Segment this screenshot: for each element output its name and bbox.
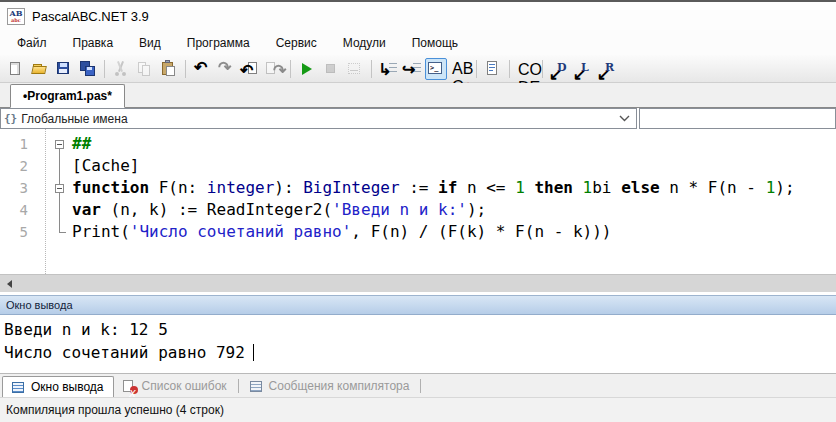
code-token: ); <box>775 178 794 197</box>
doc-r-icon: ↙R <box>598 60 616 78</box>
output-line: Введи n и k: 12 5 <box>0 318 836 341</box>
step-over-button[interactable]: ↪ <box>401 58 423 80</box>
redo-button: ↷ <box>215 58 237 80</box>
toolbar-separator <box>371 60 372 78</box>
step-into-button[interactable]: ↳ <box>377 58 399 80</box>
namespace-combobox-value: Глобальные имена <box>21 112 619 126</box>
status-text: Компиляция прошла успешно (4 строк) <box>6 403 224 417</box>
menu-item[interactable]: Программа <box>174 32 263 54</box>
title-bar[interactable]: ABabc PascalABC.NET 3.9 <box>0 0 836 30</box>
code-line[interactable]: 1## <box>0 133 836 155</box>
paste-button[interactable] <box>158 58 180 80</box>
code-token: if <box>438 178 457 197</box>
menu-item[interactable]: Помощь <box>399 32 471 54</box>
nav-back-icon: ↶ <box>241 60 259 78</box>
menu-item[interactable]: Файл <box>4 32 60 54</box>
save-all-button[interactable] <box>77 58 99 80</box>
doc-l-button[interactable]: ↙L <box>572 58 594 80</box>
code-text: ## <box>72 133 91 155</box>
tab-program1[interactable]: •Program1.pas* <box>10 84 125 108</box>
undo-button[interactable]: ↶ <box>191 58 213 80</box>
toolbar-group: ↶↷↶↷ <box>190 58 286 80</box>
fold-collapse-icon[interactable] <box>46 177 72 199</box>
menu-item[interactable]: Правка <box>60 32 127 54</box>
code-token: n <= <box>457 178 515 197</box>
code-token: F(n: <box>149 178 207 197</box>
new-file-button[interactable] <box>5 58 27 80</box>
bottom-tab-label: Список ошибок <box>142 379 227 393</box>
toolbar-group <box>4 58 100 80</box>
toolbar-separator <box>104 60 105 78</box>
code-token: var <box>72 200 101 219</box>
code-token: function <box>72 178 149 197</box>
code-templates-button[interactable]: CODE <box>515 58 537 80</box>
scroll-left-arrow-icon <box>7 280 12 288</box>
code-token: n * F(n - <box>660 178 766 197</box>
code-text: Print('Число сочетаний равно', F(n) / (F… <box>72 221 611 243</box>
bottom-tab[interactable]: Сообщения компилятора <box>241 375 419 397</box>
output-area[interactable]: Введи n и k: 12 5Число сочетаний равно 7… <box>0 315 836 373</box>
code-token: else <box>621 178 660 197</box>
code-token <box>525 178 535 197</box>
toolbar-group: CODE <box>514 58 538 80</box>
bottom-tab-label: Окно вывода <box>31 380 104 394</box>
tab-separator <box>238 379 239 393</box>
code-templates-icon: CODE <box>517 60 535 78</box>
text-cursor <box>253 344 254 361</box>
toolbar-separator <box>185 60 186 78</box>
toolbar-separator <box>290 60 291 78</box>
copy-icon <box>136 60 154 78</box>
fold-guide-line <box>46 221 72 243</box>
insert-snippet-button[interactable]: ABC+ <box>449 58 471 80</box>
code-token: BigInteger <box>303 178 399 197</box>
doc-d-button[interactable]: ↙D <box>548 58 570 80</box>
code-editor[interactable]: 1##2[Cache]3function F(n: integer): BigI… <box>0 129 836 274</box>
open-file-icon <box>31 60 49 78</box>
fold-collapse-icon[interactable] <box>46 133 72 155</box>
code-token: 'Число сочетаний равно' <box>130 222 352 241</box>
menu-item[interactable]: Вид <box>126 32 174 54</box>
toolbar-group: ↙D↙L↙R <box>547 58 619 80</box>
menu-item[interactable]: Модули <box>330 32 399 54</box>
undo-icon: ↶ <box>193 60 211 78</box>
code-token: integer <box>207 178 274 197</box>
code-token <box>573 178 583 197</box>
new-file-icon <box>7 60 25 78</box>
scroll-left-button[interactable] <box>0 275 18 292</box>
compiler-messages-icon <box>250 379 264 394</box>
horizontal-scrollbar[interactable] <box>0 274 836 292</box>
format-code-button[interactable] <box>482 58 504 80</box>
console-toggle-icon: >_ <box>427 60 445 78</box>
copy-button <box>134 58 156 80</box>
format-code-icon <box>484 60 502 78</box>
toolbar-separator <box>509 60 510 78</box>
menu-item[interactable]: Сервис <box>263 32 330 54</box>
doc-r-button[interactable]: ↙R <box>596 58 618 80</box>
code-token: , F(n) / (F(k) * F(n - k))) <box>351 222 611 241</box>
code-token: [Cache] <box>72 156 139 175</box>
line-number: 4 <box>0 199 28 221</box>
code-line[interactable]: 4var (n, k) := ReadInteger2('Введи n и k… <box>0 199 836 221</box>
bottom-tab[interactable]: xСписок ошибок <box>114 375 236 397</box>
code-token: 1 <box>583 178 593 197</box>
namespace-combobox[interactable]: {} Глобальные имена <box>0 108 637 129</box>
output-panel-title: Окно вывода <box>6 299 73 311</box>
bottom-tab[interactable]: Окно вывода <box>2 376 114 398</box>
run-button[interactable] <box>296 58 318 80</box>
nav-back-button[interactable]: ↶ <box>239 58 261 80</box>
status-bar: Компиляция прошла успешно (4 строк) <box>0 397 836 422</box>
chevron-down-icon[interactable] <box>619 115 630 122</box>
member-combobox[interactable] <box>639 108 836 129</box>
console-toggle-button[interactable]: >_ <box>425 58 447 80</box>
toolbar-separator <box>476 60 477 78</box>
open-file-button[interactable] <box>29 58 51 80</box>
toolbar-group <box>295 58 367 80</box>
code-line[interactable]: 3function F(n: integer): BigInteger := i… <box>0 177 836 199</box>
save-button[interactable] <box>53 58 75 80</box>
code-token: Print( <box>72 222 130 241</box>
code-token: 'Введи n и k:' <box>332 200 467 219</box>
code-line[interactable]: 5Print('Число сочетаний равно', F(n) / (… <box>0 221 836 243</box>
scrollbar-track[interactable] <box>18 275 836 292</box>
code-line[interactable]: 2[Cache] <box>0 155 836 177</box>
step-into-icon: ↳ <box>379 60 397 78</box>
